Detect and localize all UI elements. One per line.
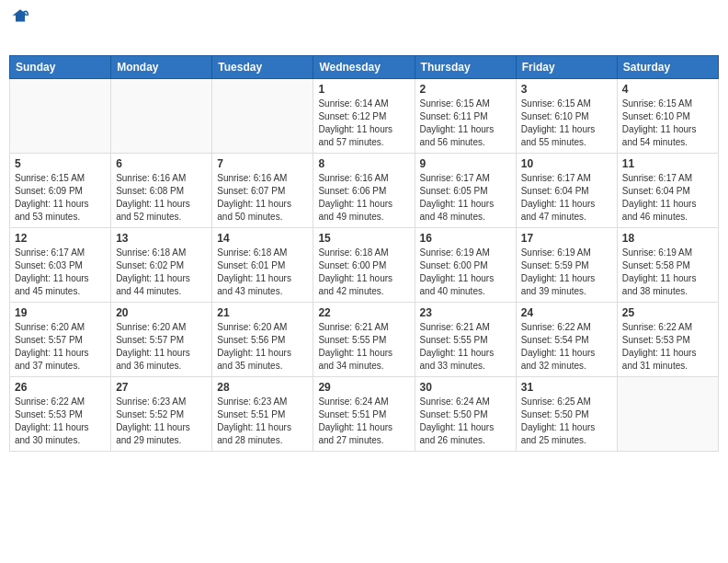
logo-icon bbox=[11, 6, 29, 24]
calendar-cell: 20Sunrise: 6:20 AMSunset: 5:57 PMDayligh… bbox=[111, 302, 212, 376]
calendar-cell: 18Sunrise: 6:19 AMSunset: 5:58 PMDayligh… bbox=[617, 227, 718, 302]
calendar-cell: 17Sunrise: 6:19 AMSunset: 5:59 PMDayligh… bbox=[516, 227, 617, 302]
day-number: 20 bbox=[116, 306, 207, 319]
day-number: 28 bbox=[217, 381, 308, 394]
calendar-cell: 7Sunrise: 6:16 AMSunset: 6:07 PMDaylight… bbox=[212, 153, 313, 227]
calendar-cell: 15Sunrise: 6:18 AMSunset: 6:00 PMDayligh… bbox=[313, 227, 415, 302]
day-number: 29 bbox=[318, 381, 409, 394]
cell-info: Sunrise: 6:22 AMSunset: 5:54 PMDaylight:… bbox=[521, 321, 612, 373]
day-number: 14 bbox=[217, 232, 308, 245]
calendar-week-row: 12Sunrise: 6:17 AMSunset: 6:03 PMDayligh… bbox=[10, 227, 719, 302]
calendar-cell bbox=[617, 376, 718, 451]
cell-info: Sunrise: 6:24 AMSunset: 5:50 PMDaylight:… bbox=[420, 396, 511, 447]
page: SundayMondayTuesdayWednesdayThursdayFrid… bbox=[0, 0, 728, 563]
day-number: 12 bbox=[15, 232, 106, 245]
cell-info: Sunrise: 6:18 AMSunset: 6:01 PMDaylight:… bbox=[217, 247, 308, 298]
weekday-header-row: SundayMondayTuesdayWednesdayThursdayFrid… bbox=[10, 55, 719, 78]
day-number: 11 bbox=[622, 157, 713, 170]
calendar-cell: 1Sunrise: 6:14 AMSunset: 6:12 PMDaylight… bbox=[313, 78, 415, 153]
day-number: 24 bbox=[521, 306, 612, 319]
calendar-cell: 12Sunrise: 6:17 AMSunset: 6:03 PMDayligh… bbox=[10, 227, 111, 302]
cell-info: Sunrise: 6:19 AMSunset: 5:59 PMDaylight:… bbox=[521, 247, 612, 298]
cell-info: Sunrise: 6:17 AMSunset: 6:04 PMDaylight:… bbox=[622, 172, 713, 224]
day-number: 5 bbox=[15, 157, 106, 170]
day-number: 3 bbox=[521, 83, 612, 96]
cell-info: Sunrise: 6:20 AMSunset: 5:57 PMDaylight:… bbox=[15, 321, 106, 373]
cell-info: Sunrise: 6:19 AMSunset: 6:00 PMDaylight:… bbox=[420, 247, 511, 298]
calendar-cell: 25Sunrise: 6:22 AMSunset: 5:53 PMDayligh… bbox=[617, 302, 718, 376]
day-number: 26 bbox=[15, 381, 106, 394]
calendar-cell: 31Sunrise: 6:25 AMSunset: 5:50 PMDayligh… bbox=[516, 376, 617, 451]
cell-info: Sunrise: 6:16 AMSunset: 6:08 PMDaylight:… bbox=[116, 172, 207, 224]
day-number: 19 bbox=[15, 306, 106, 319]
calendar-cell: 4Sunrise: 6:15 AMSunset: 6:10 PMDaylight… bbox=[617, 78, 718, 153]
calendar-cell: 30Sunrise: 6:24 AMSunset: 5:50 PMDayligh… bbox=[415, 376, 516, 451]
cell-info: Sunrise: 6:15 AMSunset: 6:10 PMDaylight:… bbox=[521, 98, 612, 149]
cell-info: Sunrise: 6:17 AMSunset: 6:05 PMDaylight:… bbox=[420, 172, 511, 224]
weekday-header-monday: Monday bbox=[111, 55, 212, 78]
day-number: 2 bbox=[420, 83, 511, 96]
calendar-cell: 21Sunrise: 6:20 AMSunset: 5:56 PMDayligh… bbox=[212, 302, 313, 376]
day-number: 6 bbox=[116, 157, 207, 170]
day-number: 9 bbox=[420, 157, 511, 170]
calendar-cell: 10Sunrise: 6:17 AMSunset: 6:04 PMDayligh… bbox=[516, 153, 617, 227]
weekday-header-friday: Friday bbox=[516, 55, 617, 78]
cell-info: Sunrise: 6:21 AMSunset: 5:55 PMDaylight:… bbox=[318, 321, 409, 373]
weekday-header-tuesday: Tuesday bbox=[212, 55, 313, 78]
header bbox=[9, 9, 719, 48]
day-number: 15 bbox=[318, 232, 409, 245]
calendar-cell: 22Sunrise: 6:21 AMSunset: 5:55 PMDayligh… bbox=[313, 302, 415, 376]
calendar-cell: 28Sunrise: 6:23 AMSunset: 5:51 PMDayligh… bbox=[212, 376, 313, 451]
calendar-cell: 27Sunrise: 6:23 AMSunset: 5:52 PMDayligh… bbox=[111, 376, 212, 451]
day-number: 17 bbox=[521, 232, 612, 245]
cell-info: Sunrise: 6:24 AMSunset: 5:51 PMDaylight:… bbox=[318, 396, 409, 447]
day-number: 13 bbox=[116, 232, 207, 245]
calendar-cell bbox=[212, 78, 313, 153]
calendar-cell: 2Sunrise: 6:15 AMSunset: 6:11 PMDaylight… bbox=[415, 78, 516, 153]
calendar-cell: 3Sunrise: 6:15 AMSunset: 6:10 PMDaylight… bbox=[516, 78, 617, 153]
day-number: 31 bbox=[521, 381, 612, 394]
calendar-week-row: 1Sunrise: 6:14 AMSunset: 6:12 PMDaylight… bbox=[10, 78, 719, 153]
cell-info: Sunrise: 6:25 AMSunset: 5:50 PMDaylight:… bbox=[521, 396, 612, 447]
cell-info: Sunrise: 6:22 AMSunset: 5:53 PMDaylight:… bbox=[15, 396, 106, 447]
calendar-cell bbox=[10, 78, 111, 153]
cell-info: Sunrise: 6:15 AMSunset: 6:09 PMDaylight:… bbox=[15, 172, 106, 224]
cell-info: Sunrise: 6:15 AMSunset: 6:10 PMDaylight:… bbox=[622, 98, 713, 149]
cell-info: Sunrise: 6:20 AMSunset: 5:57 PMDaylight:… bbox=[116, 321, 207, 373]
cell-info: Sunrise: 6:18 AMSunset: 6:02 PMDaylight:… bbox=[116, 247, 207, 298]
calendar-cell: 8Sunrise: 6:16 AMSunset: 6:06 PMDaylight… bbox=[313, 153, 415, 227]
day-number: 16 bbox=[420, 232, 511, 245]
calendar-cell bbox=[111, 78, 212, 153]
weekday-header-wednesday: Wednesday bbox=[313, 55, 415, 78]
calendar-week-row: 19Sunrise: 6:20 AMSunset: 5:57 PMDayligh… bbox=[10, 302, 719, 376]
cell-info: Sunrise: 6:17 AMSunset: 6:03 PMDaylight:… bbox=[15, 247, 106, 298]
day-number: 30 bbox=[420, 381, 511, 394]
cell-info: Sunrise: 6:20 AMSunset: 5:56 PMDaylight:… bbox=[217, 321, 308, 373]
day-number: 25 bbox=[622, 306, 713, 319]
calendar-week-row: 26Sunrise: 6:22 AMSunset: 5:53 PMDayligh… bbox=[10, 376, 719, 451]
calendar-cell: 29Sunrise: 6:24 AMSunset: 5:51 PMDayligh… bbox=[313, 376, 415, 451]
day-number: 7 bbox=[217, 157, 308, 170]
calendar-cell: 6Sunrise: 6:16 AMSunset: 6:08 PMDaylight… bbox=[111, 153, 212, 227]
cell-info: Sunrise: 6:18 AMSunset: 6:00 PMDaylight:… bbox=[318, 247, 409, 298]
cell-info: Sunrise: 6:17 AMSunset: 6:04 PMDaylight:… bbox=[521, 172, 612, 224]
day-number: 18 bbox=[622, 232, 713, 245]
day-number: 1 bbox=[318, 83, 409, 96]
calendar-cell: 13Sunrise: 6:18 AMSunset: 6:02 PMDayligh… bbox=[111, 227, 212, 302]
calendar-cell: 23Sunrise: 6:21 AMSunset: 5:55 PMDayligh… bbox=[415, 302, 516, 376]
calendar-cell: 16Sunrise: 6:19 AMSunset: 6:00 PMDayligh… bbox=[415, 227, 516, 302]
day-number: 21 bbox=[217, 306, 308, 319]
calendar-cell: 24Sunrise: 6:22 AMSunset: 5:54 PMDayligh… bbox=[516, 302, 617, 376]
cell-info: Sunrise: 6:16 AMSunset: 6:07 PMDaylight:… bbox=[217, 172, 308, 224]
weekday-header-sunday: Sunday bbox=[10, 55, 111, 78]
cell-info: Sunrise: 6:23 AMSunset: 5:52 PMDaylight:… bbox=[116, 396, 207, 447]
calendar-cell: 9Sunrise: 6:17 AMSunset: 6:05 PMDaylight… bbox=[415, 153, 516, 227]
calendar-cell: 5Sunrise: 6:15 AMSunset: 6:09 PMDaylight… bbox=[10, 153, 111, 227]
calendar-cell: 26Sunrise: 6:22 AMSunset: 5:53 PMDayligh… bbox=[10, 376, 111, 451]
day-number: 8 bbox=[318, 157, 409, 170]
cell-info: Sunrise: 6:16 AMSunset: 6:06 PMDaylight:… bbox=[318, 172, 409, 224]
calendar-cell: 14Sunrise: 6:18 AMSunset: 6:01 PMDayligh… bbox=[212, 227, 313, 302]
cell-info: Sunrise: 6:19 AMSunset: 5:58 PMDaylight:… bbox=[622, 247, 713, 298]
weekday-header-thursday: Thursday bbox=[415, 55, 516, 78]
cell-info: Sunrise: 6:15 AMSunset: 6:11 PMDaylight:… bbox=[420, 98, 511, 149]
